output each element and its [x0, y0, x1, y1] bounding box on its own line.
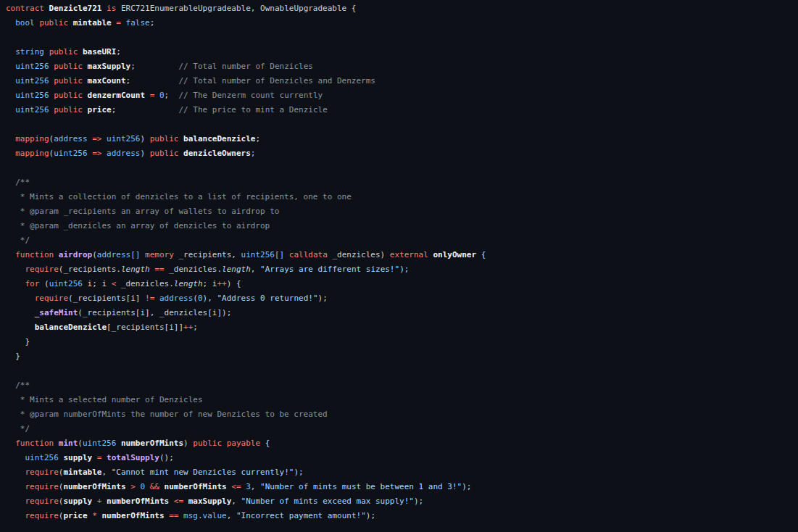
code-line: /** — [6, 175, 798, 190]
code-token: length — [222, 265, 251, 274]
code-token: _recipients, — [174, 250, 241, 259]
code-token: ; — [193, 323, 198, 332]
code-token: uint256 — [15, 62, 49, 71]
code-token: public — [54, 62, 83, 71]
code-token — [54, 250, 59, 259]
code-token — [44, 47, 49, 57]
code-token: * @param numberOfMints the number of new… — [6, 410, 328, 419]
code-line: require(supply + numberOfMints <= maxSup… — [6, 494, 798, 509]
code-token: = — [116, 18, 121, 28]
code-token — [83, 76, 88, 86]
code-token: price — [63, 511, 87, 520]
code-token: mint — [59, 439, 78, 448]
code-token: numberOfMints — [63, 482, 125, 491]
code-token: ; — [150, 18, 155, 28]
code-token: require — [25, 265, 59, 274]
code-token — [92, 453, 97, 462]
code-token: "Cannot mint new Denzicles currently!" — [112, 467, 294, 477]
code-token — [6, 62, 15, 71]
code-token — [6, 496, 25, 506]
code-token: ++ — [183, 323, 193, 332]
code-token: * Mints a collection of denzicles to a l… — [6, 192, 352, 201]
code-token: numberOfMints — [121, 439, 183, 448]
code-token: mapping — [15, 134, 49, 144]
code-line: * Mints a selected number of Denzicles — [6, 393, 798, 407]
code-token: Denzicle721 — [49, 4, 102, 13]
code-token: uint256[] — [241, 250, 285, 259]
code-token: > — [130, 482, 136, 491]
code-token: ++ — [217, 279, 226, 288]
code-token — [183, 496, 188, 506]
code-token: public — [39, 18, 68, 28]
code-token: public — [150, 134, 179, 144]
code-token — [6, 308, 35, 317]
code-token: [_recipients[i]] — [107, 323, 183, 332]
code-token: _denzicles) — [328, 250, 390, 259]
code-line: string public baseURI; — [6, 45, 798, 59]
code-token: * — [92, 511, 97, 520]
code-token — [6, 265, 25, 274]
code-token: , — [251, 482, 260, 491]
code-line: require(_recipients[i] != address(0), "A… — [6, 291, 798, 306]
code-token: require — [25, 467, 59, 477]
code-token: public — [49, 47, 78, 57]
code-token: _denzicles. — [116, 279, 173, 288]
code-token: ( — [92, 250, 97, 259]
code-token: == — [169, 511, 178, 520]
code-token: ; — [112, 105, 179, 115]
code-token: == — [154, 265, 164, 274]
code-line — [6, 30, 798, 45]
code-token: // The Denzerm count currently — [178, 91, 323, 100]
code-token: */ — [6, 236, 30, 245]
code-token — [6, 149, 15, 158]
code-token: ) — [183, 439, 193, 448]
code-line: /** — [6, 378, 798, 393]
code-line — [6, 117, 798, 132]
code-token — [78, 47, 83, 57]
code-token: uint256 — [54, 149, 87, 158]
code-token: address[] — [97, 250, 141, 259]
code-token: 0 — [198, 294, 203, 303]
code-line: _safeMint(_recipients[i], _denzicles[i])… — [6, 306, 798, 320]
code-token — [6, 47, 15, 57]
code-token — [6, 453, 25, 462]
code-token — [83, 105, 88, 115]
code-line: * @param _denzicles an array of denzicle… — [6, 219, 798, 233]
code-token: => — [92, 149, 101, 158]
code-token: bool — [15, 18, 35, 28]
code-line: function airdrop(address[] memory _recip… — [6, 248, 798, 262]
code-line: * @param numberOfMints the number of new… — [6, 407, 798, 422]
code-token: => — [92, 134, 101, 144]
code-token: _denzicles. — [165, 265, 222, 274]
code-editor[interactable]: contract Denzicle721 is ERC721Enumerable… — [0, 0, 798, 532]
code-line: uint256 supply = totalSupply(); — [6, 451, 798, 465]
code-line: function mint(uint256 numberOfMints) pub… — [6, 436, 798, 451]
code-token: && — [150, 482, 159, 491]
code-token: "Arrays are different sizes!" — [260, 265, 399, 274]
code-token: /** — [6, 381, 30, 390]
code-line: */ — [6, 422, 798, 436]
code-token: // Total number of Denzicles and Denzerm… — [178, 76, 375, 86]
code-token: i; i — [83, 279, 112, 288]
code-token: (_recipients[i], _denzicles[i]); — [78, 308, 231, 317]
code-token: uint256 — [15, 105, 49, 115]
code-token — [83, 91, 88, 100]
code-token: ( — [39, 279, 49, 288]
code-line: require(_recipients.length == _denzicles… — [6, 262, 798, 277]
code-token — [145, 482, 150, 491]
code-token: { — [476, 250, 486, 259]
code-line: for (uint256 i; i < _denzicles.length; i… — [6, 277, 798, 291]
code-token: is — [101, 4, 121, 13]
code-token: ERC721EnumerableUpgradeable, OwnableUpgr… — [121, 4, 357, 13]
code-token: "Incorrect payment amount!" — [236, 511, 366, 520]
code-token: address — [159, 294, 193, 303]
code-token — [6, 91, 15, 100]
code-token: // Total number of Denzicles — [178, 62, 312, 71]
code-token: * @param _denzicles an array of denzicle… — [6, 221, 270, 230]
code-token: length — [121, 265, 150, 274]
code-token: calldata — [289, 250, 328, 259]
code-token — [222, 439, 227, 448]
code-line: * Mints a collection of denzicles to a l… — [6, 190, 798, 204]
code-token: uint256 — [15, 76, 49, 86]
code-token: 0 — [159, 91, 165, 100]
